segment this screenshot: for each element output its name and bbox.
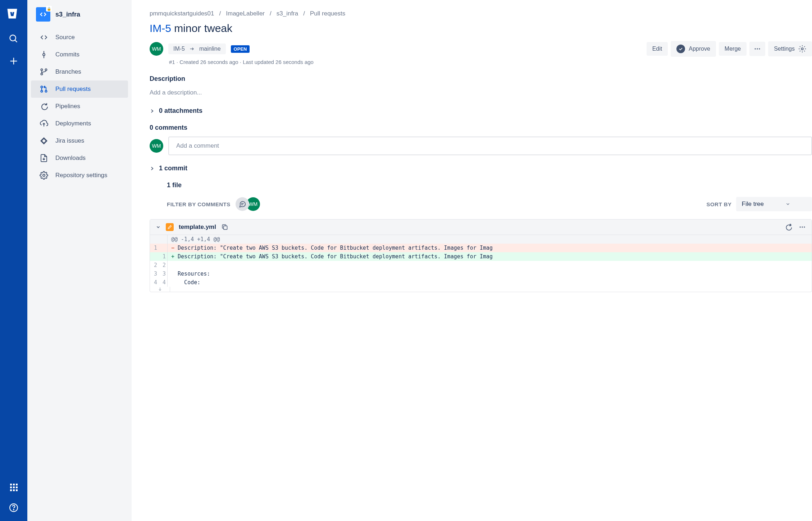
merge-button[interactable]: Merge	[719, 42, 747, 56]
arrow-right-icon	[189, 46, 195, 52]
sidebar-item-pull-requests[interactable]: Pull requests	[31, 80, 128, 98]
chevron-right-icon	[150, 166, 155, 171]
pr-issue-link[interactable]: IM-5	[150, 22, 171, 34]
comments-heading: 0 comments	[150, 124, 812, 132]
sort-label: SORT BY	[706, 201, 731, 207]
diff-line[interactable]: 44 Code:	[150, 278, 812, 287]
svg-point-28	[755, 48, 756, 49]
diff-line[interactable]: 1Description: "Create two AWS S3 buckets…	[150, 244, 812, 252]
breadcrumb-item[interactable]: s3_infra	[277, 10, 298, 17]
dots-icon	[754, 45, 761, 52]
svg-rect-11	[13, 489, 15, 491]
svg-point-0	[10, 35, 16, 41]
sidebar-item-downloads[interactable]: Downloads	[31, 149, 128, 167]
svg-rect-4	[10, 484, 12, 485]
sidebar-item-repo-settings[interactable]: Repository settings	[31, 167, 128, 184]
attachments-heading: 0 attachments	[159, 107, 202, 115]
svg-point-29	[757, 48, 758, 49]
lock-icon: 🔒	[46, 6, 52, 11]
comment-icon	[238, 200, 246, 208]
sidebar-item-branches[interactable]: Branches	[31, 63, 128, 80]
attachments-toggle[interactable]: 0 attachments	[150, 107, 812, 115]
breadcrumb-separator: /	[270, 10, 272, 17]
breadcrumb-item[interactable]: Pull requests	[310, 10, 345, 17]
dots-icon[interactable]	[799, 223, 806, 231]
filter-comments-button[interactable]	[236, 197, 249, 211]
expand-diff-button[interactable]	[150, 287, 812, 292]
svg-point-23	[45, 91, 47, 92]
diff-line[interactable]: 1Description: "Create two AWS S3 buckets…	[150, 252, 812, 261]
svg-rect-7	[10, 487, 12, 488]
sidebar-item-source[interactable]: Source	[31, 29, 128, 46]
breadcrumb-item[interactable]: ImageLabeller	[226, 10, 265, 17]
breadcrumb-separator: /	[303, 10, 305, 17]
svg-rect-8	[13, 487, 15, 488]
repo-header[interactable]: 🔒 s3_infra	[27, 7, 132, 29]
files-heading: 1 file	[167, 181, 812, 189]
help-icon[interactable]	[9, 503, 18, 514]
svg-rect-34	[224, 226, 227, 230]
diff-line[interactable]: 22	[150, 261, 812, 269]
sidebar-item-label: Deployments	[55, 120, 91, 127]
svg-line-1	[15, 40, 17, 42]
copy-icon[interactable]	[221, 223, 228, 231]
product-logo-icon[interactable]	[6, 7, 22, 23]
create-icon[interactable]	[9, 56, 19, 68]
status-badge: OPEN	[231, 45, 250, 53]
chevron-down-icon[interactable]	[156, 225, 161, 230]
commits-heading: 1 commit	[159, 165, 187, 172]
global-nav-rail	[0, 0, 27, 521]
sidebar-item-commits[interactable]: Commits	[31, 46, 128, 63]
main-content: pmmquickstartguides01 / ImageLabeller / …	[132, 0, 812, 521]
edit-button[interactable]: Edit	[647, 42, 668, 56]
svg-rect-6	[16, 484, 18, 485]
sidebar-item-label: Branches	[55, 68, 81, 75]
source-branch[interactable]: IM-5	[173, 46, 185, 52]
sidebar-item-pipelines[interactable]: Pipelines	[31, 98, 128, 115]
branch-indicator: IM-5 mainline	[168, 43, 226, 54]
breadcrumb-item[interactable]: pmmquickstartguides01	[150, 10, 214, 17]
chevron-down-icon	[785, 202, 790, 207]
filter-label: FILTER BY COMMENTS	[167, 201, 231, 207]
file-modified-icon	[166, 223, 174, 231]
add-comment-icon[interactable]	[784, 223, 792, 231]
svg-point-15	[43, 54, 45, 56]
svg-point-22	[41, 91, 43, 92]
sidebar-item-label: Commits	[55, 51, 79, 58]
svg-rect-10	[10, 489, 12, 491]
apps-icon[interactable]	[9, 483, 18, 493]
svg-point-37	[800, 226, 801, 227]
sort-select[interactable]: File tree	[736, 197, 812, 211]
settings-button[interactable]: Settings	[768, 41, 812, 56]
description-heading: Description	[150, 75, 812, 83]
svg-point-20	[41, 73, 43, 75]
sidebar-item-label: Jira issues	[55, 137, 84, 144]
svg-rect-12	[16, 489, 18, 491]
sidebar-item-jira-issues[interactable]: Jira issues	[31, 132, 128, 149]
sidebar-item-label: Downloads	[55, 155, 86, 162]
gear-icon	[798, 45, 806, 53]
sidebar-item-deployments[interactable]: Deployments	[31, 115, 128, 132]
svg-point-26	[43, 174, 45, 176]
sidebar-item-label: Source	[55, 34, 75, 41]
target-branch[interactable]: mainline	[199, 46, 221, 52]
svg-point-19	[45, 69, 47, 71]
svg-rect-9	[16, 487, 18, 488]
more-actions-button[interactable]	[749, 42, 765, 56]
repo-name: s3_infra	[55, 11, 80, 18]
breadcrumb-separator: /	[219, 10, 221, 17]
repo-sidebar: 🔒 s3_infra Source Commits Branches Pull …	[27, 0, 132, 521]
approve-button[interactable]: Approve	[671, 41, 716, 57]
diff-line[interactable]: 33Resources:	[150, 269, 812, 278]
author-avatar[interactable]: WM	[150, 42, 163, 56]
search-icon[interactable]	[9, 34, 19, 45]
comment-input[interactable]: Add a comment	[168, 137, 812, 155]
description-input[interactable]: Add a description...	[150, 88, 812, 98]
sidebar-item-label: Pipelines	[55, 103, 80, 110]
commits-toggle[interactable]: 1 commit	[150, 165, 812, 172]
diff-line[interactable]: @@ -1,4 +1,4 @@	[150, 235, 812, 244]
user-avatar: WM	[150, 139, 163, 153]
svg-rect-5	[13, 484, 15, 485]
sidebar-item-label: Pull requests	[55, 86, 91, 93]
diff-filename[interactable]: template.yml	[179, 223, 216, 231]
